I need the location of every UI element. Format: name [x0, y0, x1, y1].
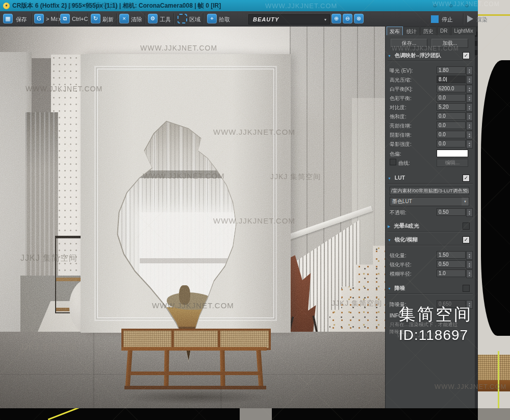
spinner-down-icon[interactable]: ▼: [468, 98, 470, 101]
spinner-down-icon[interactable]: ▼: [468, 213, 470, 215]
spinner[interactable]: ▲▼: [466, 66, 473, 75]
bloom-section-header[interactable]: ▶ 光晕&眩光: [388, 223, 473, 230]
lut-section-header[interactable]: ▼ LUT ✓: [388, 175, 473, 182]
pick-button[interactable]: 拾取: [219, 16, 230, 23]
whitebalance-field[interactable]: 6200.0: [437, 85, 466, 92]
render-viewport[interactable]: [0, 27, 386, 408]
pick-icon[interactable]: ⌖: [207, 14, 217, 23]
tab-history[interactable]: 历史: [420, 27, 437, 35]
lut-preset-value: 墨色LUT: [390, 197, 462, 206]
denoise-section-header[interactable]: ▼ 降噪: [388, 285, 473, 292]
spinner[interactable]: ▲▼: [466, 94, 473, 103]
send-to-max-button[interactable]: > Max: [46, 16, 61, 22]
copy-icon[interactable]: ⧉: [60, 14, 70, 23]
tab-lightmix[interactable]: LightMix: [451, 27, 476, 35]
tonemap-section-header[interactable]: ▼ 色调映射--浮沙团队 ✓: [388, 52, 473, 60]
spinner[interactable]: ▲▼: [466, 76, 473, 84]
tools-icon[interactable]: ⚙: [148, 14, 158, 23]
window-controls[interactable]: ○ ○ ○: [433, 2, 469, 9]
spinner-down-icon[interactable]: ▼: [468, 126, 470, 129]
chevron-down-icon[interactable]: ▼: [462, 197, 469, 206]
spinner-down-icon[interactable]: ▼: [468, 117, 470, 119]
window-circle-icon[interactable]: ○: [465, 2, 469, 9]
highlight-compress-field[interactable]: 8.0: [437, 76, 466, 83]
tab-dr[interactable]: DR: [437, 27, 450, 35]
vignette-field[interactable]: 0.0: [437, 140, 466, 147]
chevron-down-icon[interactable]: ▼: [321, 18, 329, 21]
spinner-down-icon[interactable]: ▼: [468, 265, 470, 267]
save-settings-button[interactable]: 保存...: [391, 39, 427, 48]
spinner[interactable]: ▲▼: [466, 121, 473, 130]
bloom-checkbox[interactable]: [463, 223, 470, 230]
render-play-icon[interactable]: [467, 15, 473, 22]
region-button[interactable]: 区域: [189, 16, 200, 23]
spinner-down-icon[interactable]: ▼: [468, 274, 470, 277]
save-icon[interactable]: ▦: [3, 14, 13, 23]
spinner-down-icon[interactable]: ▼: [468, 135, 470, 138]
shadow-mult-field[interactable]: 0.0: [437, 131, 466, 138]
stop-icon[interactable]: [431, 15, 439, 23]
title-bar[interactable]: ✶ CR版本 6 (Hotfix 2) | 955×955px (1:1) | …: [0, 0, 478, 11]
sharpen-section-header[interactable]: ▼ 锐化/模糊 ✓: [388, 236, 473, 244]
blur-radius-field[interactable]: 1.0: [437, 269, 466, 277]
spinner-down-icon[interactable]: ▼: [468, 89, 470, 92]
curve-edit-button[interactable]: 编辑...: [437, 159, 468, 167]
contrast-field[interactable]: 5.20: [437, 103, 466, 111]
channel-select[interactable]: BEAUTY ▼: [248, 14, 330, 24]
clear-icon[interactable]: ×: [119, 14, 129, 23]
region-icon[interactable]: [177, 14, 187, 23]
section-open-icon[interactable]: ▼: [388, 177, 391, 180]
spinner-down-icon[interactable]: ▼: [468, 144, 470, 147]
tools-button[interactable]: 工具: [160, 16, 171, 23]
colorbalance-field[interactable]: 0.0: [437, 94, 466, 102]
exposure-field[interactable]: 1.80: [437, 66, 466, 74]
spinner[interactable]: ▲▼: [466, 140, 473, 149]
param-label: 锐化量:: [390, 252, 406, 259]
saturation-field[interactable]: 0.0: [437, 112, 466, 120]
section-open-icon[interactable]: ▼: [388, 238, 391, 242]
copy-button[interactable]: Ctrl+C: [72, 16, 88, 22]
spinner-down-icon[interactable]: ▼: [468, 71, 470, 73]
clear-button[interactable]: 清除: [131, 16, 142, 23]
sharpen-radius-field[interactable]: 0.50: [437, 260, 466, 268]
spinner[interactable]: ▲▼: [466, 269, 473, 278]
spinner-down-icon[interactable]: ▼: [468, 256, 470, 258]
sharpen-amount-field[interactable]: 1.50: [437, 251, 466, 259]
lut-opacity-field[interactable]: 0.50: [437, 208, 466, 216]
spinner[interactable]: ▲▼: [466, 112, 473, 121]
spinner[interactable]: ▲▼: [466, 208, 473, 217]
tint-color-swatch[interactable]: [437, 150, 468, 157]
lut-checkbox[interactable]: ✓: [463, 175, 470, 182]
zoom-in-icon[interactable]: ⊕: [332, 14, 341, 23]
lut-path-field[interactable]: /室内素材/00常用贴图/3-LUT调色预设: [390, 187, 469, 195]
sharpen-checkbox[interactable]: ✓: [463, 236, 470, 243]
section-open-icon[interactable]: ▼: [388, 54, 391, 58]
curve-checkbox[interactable]: [390, 159, 396, 165]
zoom-reset-icon[interactable]: ⊗: [354, 14, 364, 23]
tonemap-checkbox[interactable]: ✓: [463, 52, 470, 59]
spinner-down-icon[interactable]: ▼: [468, 80, 470, 83]
section-open-icon[interactable]: ▼: [388, 287, 391, 290]
highlight-mult-field[interactable]: 0.0: [437, 121, 466, 129]
spinner[interactable]: ▲▼: [466, 103, 473, 112]
load-settings-button[interactable]: 加载...: [431, 39, 468, 48]
save-button[interactable]: 保存: [16, 16, 27, 23]
tab-publish[interactable]: 发布: [387, 27, 403, 35]
spinner-down-icon[interactable]: ▼: [468, 108, 470, 110]
window-circle-icon[interactable]: ○: [449, 2, 453, 9]
section-closed-icon[interactable]: ▶: [388, 225, 390, 228]
refresh-button[interactable]: 刷新: [103, 16, 114, 23]
denoise-checkbox[interactable]: [463, 285, 470, 292]
spinner[interactable]: ▲▼: [466, 260, 473, 269]
spinner[interactable]: ▲▼: [466, 251, 473, 260]
refresh-icon[interactable]: ↻: [91, 14, 100, 23]
send-to-max-icon[interactable]: G: [34, 14, 44, 23]
param-row: 白平衡[K]: 6200.0 ▲▼: [390, 85, 473, 92]
stop-button[interactable]: 停止: [442, 16, 453, 23]
window-circle-icon[interactable]: ○: [433, 2, 437, 9]
lut-preset-dropdown[interactable]: 墨色LUT ▼: [390, 197, 469, 206]
spinner[interactable]: ▲▼: [466, 131, 473, 139]
spinner[interactable]: ▲▼: [466, 85, 473, 93]
tab-stats[interactable]: 统计: [403, 27, 420, 35]
zoom-out-icon[interactable]: ⊖: [343, 14, 352, 23]
